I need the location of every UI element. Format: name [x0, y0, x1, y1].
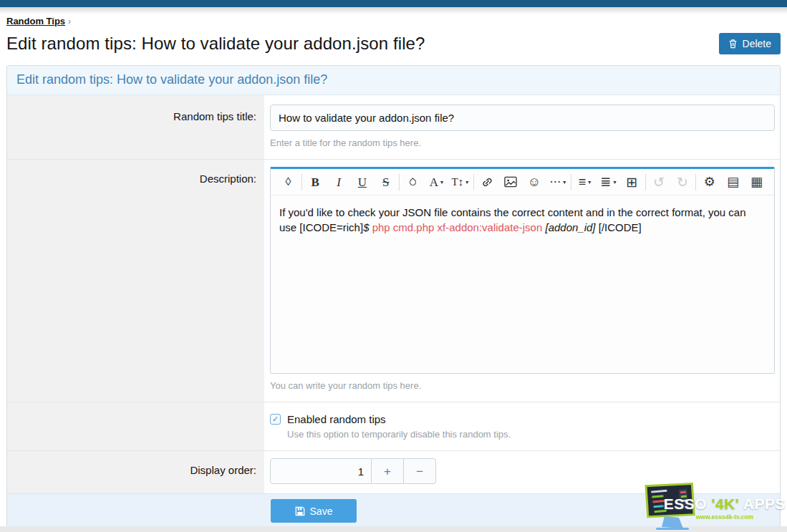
chevron-down-icon: ▾ — [440, 179, 443, 185]
title-row-label: Random tips title: — [7, 95, 264, 159]
bold-button[interactable]: B — [304, 171, 327, 193]
undo-button[interactable]: ↺ — [647, 171, 671, 193]
save-button[interactable]: Save — [271, 499, 357, 523]
breadcrumb-link-random-tips[interactable]: Random Tips — [6, 16, 65, 26]
trash-icon — [728, 39, 738, 49]
strikethrough-icon: S — [382, 176, 389, 188]
toggle-list-view-button[interactable]: ▤ — [721, 171, 745, 193]
edit-form-panel: Edit random tips: How to validate your a… — [6, 65, 781, 529]
droplet-icon — [408, 178, 417, 187]
watermark-text: ESSO '4K' APPS www.esso4k-tv.com — [664, 495, 786, 521]
ellipsis-icon: ⋯ — [549, 176, 561, 188]
font-size-button[interactable]: T↕▾ — [448, 171, 472, 193]
form-row-enabled: ✓ Enabled random tips Use this option to… — [7, 402, 780, 451]
increment-button[interactable]: + — [372, 458, 404, 484]
insert-link-button[interactable] — [475, 171, 499, 193]
page-title: Edit random tips: How to validate your a… — [6, 34, 425, 54]
description-row-label: Description: — [7, 160, 264, 402]
chevron-down-icon: ▾ — [563, 179, 566, 185]
list-view-icon: ▤ — [727, 175, 739, 188]
chevron-down-icon: ▾ — [465, 179, 468, 185]
eraser-icon: ◊ — [285, 176, 291, 188]
titlebar: Edit random tips: How to validate your a… — [6, 33, 781, 54]
align-icon: ≡ — [579, 175, 586, 188]
enabled-checkbox-row[interactable]: ✓ Enabled random tips — [270, 413, 775, 425]
more-options-button[interactable]: ⋯▾ — [546, 171, 569, 193]
enabled-row-content: ✓ Enabled random tips Use this option to… — [264, 402, 780, 450]
insert-table-button[interactable]: ⊞ — [620, 171, 644, 193]
redo-button[interactable]: ↻ — [671, 171, 695, 193]
italic-icon: I — [337, 176, 341, 188]
decrement-button[interactable]: − — [404, 458, 436, 484]
chevron-down-icon: ▾ — [613, 179, 616, 185]
align-button[interactable]: ≡▾ — [573, 171, 597, 193]
gear-icon: ⚙ — [704, 175, 715, 188]
text-color-button[interactable] — [401, 171, 425, 193]
watermark-brand: ESSO '4K' APPS — [664, 495, 786, 513]
font-family-button[interactable]: A▾ — [425, 171, 448, 193]
chevron-down-icon: ▾ — [588, 179, 591, 185]
underline-button[interactable]: U — [351, 171, 375, 193]
font-icon: A — [430, 176, 438, 188]
title-row-hint: Enter a title for the random tips here. — [270, 137, 775, 148]
enabled-row-hint: Use this option to temporarily disable t… — [287, 429, 775, 440]
check-icon: ✓ — [272, 415, 279, 424]
description-row-hint: You can write your random tips here. — [270, 380, 775, 391]
insert-image-button[interactable] — [499, 171, 523, 193]
panel-heading: Edit random tips: How to validate your a… — [7, 66, 780, 95]
image-icon — [504, 176, 517, 188]
remove-format-button[interactable]: ◊ — [276, 171, 300, 193]
redo-icon: ↻ — [677, 175, 688, 189]
italic-button[interactable]: I — [327, 171, 351, 193]
undo-icon: ↺ — [653, 175, 665, 189]
emoji-button[interactable]: ☺ — [522, 171, 546, 193]
rich-text-editor: ◊ B I U S A▾ T↕▾ ☺ ⋯▾ — [270, 167, 775, 374]
toolbar-separator — [399, 174, 400, 190]
form-row-title: Random tips title: Enter a title for the… — [7, 95, 780, 160]
enabled-checkbox[interactable]: ✓ — [270, 414, 281, 425]
list-button[interactable]: ≣▾ — [597, 171, 620, 193]
form-row-description: Description: ◊ B I U S A▾ T↕▾ — [7, 160, 780, 402]
editor-toolbar: ◊ B I U S A▾ T↕▾ ☺ ⋯▾ — [271, 169, 774, 195]
smiley-icon: ☺ — [528, 175, 541, 188]
description-row-content: ◊ B I U S A▾ T↕▾ ☺ ⋯▾ — [264, 160, 780, 402]
enabled-checkbox-label: Enabled random tips — [287, 413, 386, 425]
toolbar-separator — [301, 174, 302, 190]
editor-content[interactable]: If you'd like to check your JSON file co… — [271, 195, 774, 373]
random-tips-title-input[interactable] — [270, 105, 775, 131]
text-size-icon: T↕ — [451, 177, 463, 188]
floppy-disk-icon — [295, 506, 305, 516]
bold-icon: B — [312, 176, 319, 188]
strikethrough-button[interactable]: S — [374, 171, 397, 193]
title-row-content: Enter a title for the random tips here. — [264, 95, 780, 159]
watermark: ESSO '4K' APPS www.esso4k-tv.com — [640, 478, 786, 531]
display-order-stepper: + − — [270, 458, 436, 484]
delete-button[interactable]: Delete — [719, 33, 781, 54]
toolbar-separator — [473, 174, 474, 190]
underline-icon: U — [358, 176, 367, 188]
delete-button-label: Delete — [743, 38, 771, 49]
link-icon — [481, 176, 493, 188]
toolbar-separator — [645, 174, 646, 190]
editor-paragraph: If you'd like to check your JSON file co… — [279, 205, 766, 236]
editor-settings-button[interactable]: ⚙ — [697, 171, 721, 193]
breadcrumb-separator: › — [68, 16, 71, 26]
toolbar-separator — [571, 174, 571, 190]
top-navigation-bar — [0, 0, 787, 7]
toolbar-separator — [695, 174, 696, 190]
top-fade — [0, 7, 787, 14]
watermark-url: www.esso4k-tv.com — [664, 513, 786, 521]
display-order-label: Display order: — [7, 451, 264, 493]
list-icon: ≣ — [600, 175, 611, 188]
code-view-button[interactable]: ▦ — [745, 171, 768, 193]
breadcrumb: Random Tips› — [6, 16, 781, 26]
save-button-label: Save — [310, 506, 333, 517]
display-order-input[interactable] — [270, 458, 372, 484]
code-view-icon: ▦ — [750, 175, 763, 188]
enabled-row-label-spacer — [7, 402, 264, 450]
page: Random Tips› Edit random tips: How to va… — [0, 16, 787, 529]
table-icon: ⊞ — [626, 175, 637, 189]
